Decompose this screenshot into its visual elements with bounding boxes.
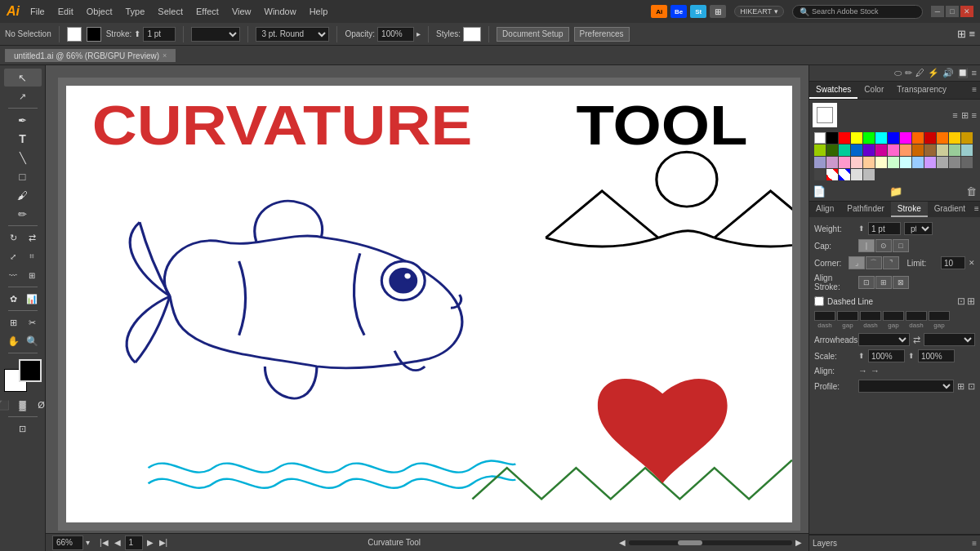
active-tab[interactable]: untitled1.ai @ 66% (RGB/GPU Preview) × bbox=[5, 49, 176, 62]
swatch-gray1[interactable] bbox=[937, 157, 948, 168]
hikeart-dropdown-icon[interactable]: ▾ bbox=[774, 7, 778, 16]
swatch-menu-icon[interactable]: ≡ bbox=[972, 110, 977, 121]
panel-menu-icon[interactable]: ≡ bbox=[972, 68, 977, 78]
stroke-color[interactable] bbox=[19, 359, 42, 382]
swatch-teal[interactable] bbox=[839, 144, 850, 156]
arrange-icon[interactable]: ⊞ bbox=[957, 28, 966, 40]
last-page-button[interactable]: ▶| bbox=[158, 538, 170, 547]
shear-tool[interactable]: ⌗ bbox=[23, 247, 41, 265]
color-tab[interactable]: Color bbox=[858, 82, 890, 99]
gradient-button[interactable]: ▓ bbox=[14, 396, 32, 414]
direct-select-tool[interactable]: ↗ bbox=[4, 87, 42, 105]
scale-arrow2[interactable]: ⬆ bbox=[908, 352, 915, 360]
slice-tool[interactable]: ✂ bbox=[23, 313, 41, 331]
be-icon[interactable]: Be bbox=[670, 5, 687, 18]
swatch-pattern1[interactable] bbox=[826, 169, 838, 180]
swatch-midblue[interactable] bbox=[851, 144, 862, 156]
limit-close[interactable]: ✕ bbox=[969, 259, 975, 267]
weight-unit-select[interactable]: pt bbox=[904, 222, 933, 235]
preferences-button[interactable]: Preferences bbox=[574, 27, 630, 42]
swatch-pattern2[interactable] bbox=[839, 169, 850, 180]
swatch-mauve[interactable] bbox=[826, 157, 838, 168]
swatch-orange[interactable] bbox=[912, 132, 924, 144]
swatch-darkgreen[interactable] bbox=[826, 144, 838, 156]
panel-icon2[interactable]: ✏ bbox=[905, 68, 912, 78]
pathfinder-tab[interactable]: Pathfinder bbox=[840, 202, 891, 217]
weight-arrow-up[interactable]: ⬆ bbox=[858, 224, 865, 233]
swatch-lightgray[interactable] bbox=[851, 169, 862, 180]
round-cap-button[interactable]: ⊙ bbox=[875, 239, 892, 252]
swatch-lime[interactable] bbox=[814, 144, 826, 156]
scale-tool[interactable]: ⤢ bbox=[4, 247, 22, 265]
tab-close-button[interactable]: × bbox=[163, 51, 167, 60]
stroke-input[interactable] bbox=[143, 27, 176, 42]
arrow-start-select[interactable] bbox=[858, 333, 910, 346]
type-tool[interactable]: T bbox=[4, 130, 42, 148]
rotate-tool[interactable]: ↻ bbox=[4, 229, 22, 247]
minimize-button[interactable]: ─ bbox=[931, 6, 944, 17]
swatch-lib-icon[interactable]: 📁 bbox=[889, 185, 902, 198]
st-icon[interactable]: St bbox=[690, 5, 706, 18]
limit-input[interactable] bbox=[941, 256, 965, 269]
swatch-blue[interactable] bbox=[888, 132, 899, 144]
layers-options-icon[interactable]: ≡ bbox=[972, 539, 977, 548]
hand-tool[interactable]: ✋ bbox=[4, 332, 22, 350]
swatch-gold[interactable] bbox=[949, 132, 960, 144]
swatch-darkred[interactable] bbox=[924, 132, 936, 144]
free-transform-tool[interactable]: ⊞ bbox=[23, 266, 41, 284]
dashed-icon2[interactable]: ⊞ bbox=[967, 295, 975, 307]
swatch-light-teal[interactable] bbox=[961, 144, 973, 156]
swatch-brown[interactable] bbox=[924, 144, 936, 156]
profile-select[interactable] bbox=[858, 380, 954, 393]
swatch-lavender[interactable] bbox=[924, 157, 936, 168]
swatch-salmon[interactable] bbox=[900, 144, 911, 156]
rect-tool[interactable]: □ bbox=[4, 167, 42, 185]
swatch-black[interactable] bbox=[826, 132, 838, 144]
reflect-tool[interactable]: ⇄ bbox=[23, 229, 41, 247]
swatch-burnt-orange[interactable] bbox=[912, 144, 924, 156]
swatch-cyan[interactable] bbox=[875, 132, 887, 144]
profile-icon2[interactable]: ⊡ bbox=[968, 381, 975, 392]
fill-swatch[interactable] bbox=[67, 27, 82, 42]
align-inside-button[interactable]: ⊞ bbox=[875, 276, 892, 289]
swatch-ice[interactable] bbox=[900, 157, 911, 168]
symbol-tool[interactable]: ✿ bbox=[4, 290, 22, 308]
styles-swatch[interactable] bbox=[463, 27, 481, 42]
grid-view-icon[interactable]: ⊞ bbox=[961, 110, 969, 121]
swatch-silver[interactable] bbox=[863, 169, 875, 180]
color-mode-button[interactable]: ⬛ bbox=[0, 396, 13, 414]
zoom-tool[interactable]: 🔍 bbox=[23, 332, 41, 350]
opacity-input[interactable] bbox=[377, 27, 414, 42]
swatch-blush[interactable] bbox=[851, 157, 862, 168]
artboard-tool[interactable]: ⊞ bbox=[4, 313, 22, 331]
panel-icon[interactable]: ≡ bbox=[969, 28, 975, 40]
align-center-button[interactable]: ⊡ bbox=[858, 276, 875, 289]
swatch-green[interactable] bbox=[863, 132, 875, 144]
menu-select[interactable]: Select bbox=[154, 5, 187, 18]
pencil-tool[interactable]: ✏ bbox=[4, 205, 42, 223]
select-tool[interactable]: ↖ bbox=[4, 69, 42, 87]
menu-effect[interactable]: Effect bbox=[192, 5, 223, 18]
panel-icon6[interactable]: 🔲 bbox=[957, 68, 969, 78]
search-bar[interactable]: 🔍 Search Adobe Stock bbox=[792, 5, 923, 19]
align-arrow-icon1[interactable]: → bbox=[858, 366, 867, 375]
swatch-purple[interactable] bbox=[863, 144, 875, 156]
swatch-white[interactable] bbox=[814, 132, 826, 144]
gap2-input[interactable] bbox=[883, 311, 904, 321]
menu-type[interactable]: Type bbox=[122, 5, 149, 18]
list-view-icon[interactable]: ≡ bbox=[952, 110, 957, 121]
swatch-orange2[interactable] bbox=[937, 132, 948, 144]
delete-swatch-icon[interactable]: 🗑 bbox=[966, 185, 977, 198]
panel-icon3[interactable]: 🖊 bbox=[915, 68, 924, 78]
next-page-button[interactable]: ▶ bbox=[145, 538, 155, 547]
zoom-arrow-down[interactable]: ▾ bbox=[86, 538, 90, 547]
miter-join-button[interactable]: ⌟ bbox=[849, 256, 865, 269]
swatch-peach[interactable] bbox=[863, 157, 875, 168]
gradient-tab[interactable]: Gradient bbox=[928, 202, 972, 217]
bevel-join-button[interactable]: ⌝ bbox=[883, 256, 899, 269]
swatch-khaki[interactable] bbox=[937, 144, 948, 156]
butt-cap-button[interactable]: | bbox=[858, 239, 875, 252]
panel-icon5[interactable]: 🔊 bbox=[942, 68, 954, 78]
dash1-input[interactable] bbox=[814, 311, 835, 321]
active-swatch[interactable] bbox=[813, 103, 837, 127]
